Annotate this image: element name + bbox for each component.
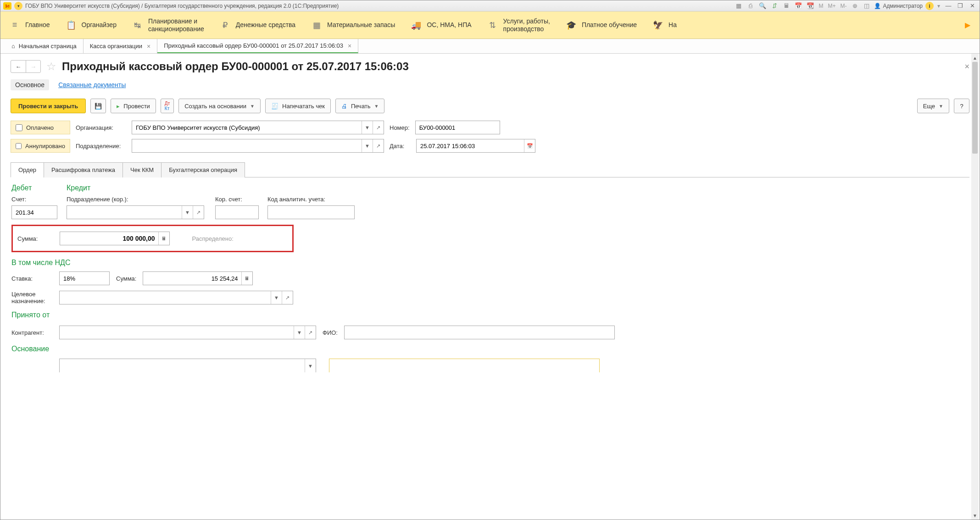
titlebar-grid-icon[interactable]: ▦: [734, 2, 743, 10]
titlebar-zoom-icon[interactable]: ⊕: [850, 2, 859, 10]
dept-field[interactable]: ▼ ↗: [132, 139, 384, 153]
page-close-button[interactable]: ×: [964, 62, 969, 72]
tab-cash-register[interactable]: Касса организации ×: [84, 39, 158, 53]
nav-more[interactable]: 🦅На: [653, 20, 677, 30]
dept-input[interactable]: [132, 139, 362, 152]
dropdown-icon[interactable]: ▼: [362, 121, 373, 134]
purpose-field[interactable]: ▼ ↗: [59, 291, 293, 304]
nav-money[interactable]: ₽Денежные средства: [220, 20, 295, 30]
create-based-button[interactable]: Создать на основании▼: [178, 99, 261, 113]
dropdown-icon[interactable]: ▼: [271, 291, 282, 304]
inner-tab-accounting[interactable]: Бухгалтерская операция: [161, 162, 245, 177]
sum-input[interactable]: [60, 232, 158, 245]
info-caret[interactable]: ▾: [936, 3, 941, 9]
sum-field[interactable]: 🖩: [60, 232, 170, 245]
scroll-track[interactable]: [971, 62, 979, 511]
date-field[interactable]: 📅: [416, 139, 535, 153]
org-input[interactable]: [132, 121, 362, 134]
dropdown-icon[interactable]: ▼: [182, 206, 193, 219]
titlebar-mplus-button[interactable]: М+: [827, 3, 836, 9]
dropdown-icon[interactable]: ▼: [305, 359, 316, 372]
nav-organizer[interactable]: 📋Органайзер: [66, 20, 117, 30]
subnav-main[interactable]: Основное: [11, 79, 49, 90]
favorite-star-icon[interactable]: ☆: [46, 60, 56, 73]
vat-sum-field[interactable]: 🖩: [143, 271, 253, 285]
rate-field[interactable]: ▼: [59, 271, 110, 285]
dept-corr-field[interactable]: ▼ ↗: [67, 205, 204, 219]
corr-account-field[interactable]: ▼: [215, 205, 259, 219]
dropdown-icon[interactable]: ▼: [362, 139, 373, 152]
scroll-down-icon[interactable]: ▼: [971, 511, 979, 520]
more-button[interactable]: Еще▼: [917, 99, 949, 113]
titlebar-calc-icon[interactable]: 🖩: [782, 2, 791, 10]
nav-materials[interactable]: ▦Материальные запасы: [312, 20, 395, 30]
help-button[interactable]: ?: [954, 99, 969, 113]
post-and-close-button[interactable]: Провести и закрыть: [11, 99, 86, 113]
save-button[interactable]: 💾: [90, 99, 106, 113]
close-button[interactable]: ✕: [968, 2, 977, 10]
open-icon[interactable]: ↗: [373, 139, 384, 152]
calculator-icon[interactable]: 🖩: [241, 272, 252, 285]
calendar-icon[interactable]: 📅: [524, 139, 535, 152]
home-tab[interactable]: ⌂ Начальная страница: [5, 39, 84, 53]
nav-services[interactable]: ⇅Услуги, работы, производство: [488, 17, 550, 33]
paid-checkbox-input[interactable]: [16, 124, 22, 131]
tab-close-icon[interactable]: ×: [147, 43, 150, 50]
titlebar-calendar2-icon[interactable]: 📆: [806, 2, 815, 10]
scroll-up-icon[interactable]: ▲: [971, 54, 979, 62]
subnav-related-docs[interactable]: Связанные документы: [58, 79, 126, 90]
open-icon[interactable]: ↗: [193, 206, 204, 219]
dept-corr-input[interactable]: [67, 206, 182, 219]
basis-field[interactable]: ▼: [59, 359, 316, 372]
paid-checkbox[interactable]: Оплачено: [11, 121, 70, 134]
app-menu-dropdown[interactable]: ▾: [14, 2, 22, 10]
user-label[interactable]: 👤 Администратор: [874, 3, 923, 9]
nav-hamburger[interactable]: ≡Главное: [10, 20, 50, 30]
titlebar-print-icon[interactable]: ⎙: [746, 2, 755, 10]
open-icon[interactable]: ↗: [305, 326, 316, 339]
analytic-input[interactable]: [268, 206, 354, 219]
cancelled-checkbox[interactable]: Аннулировано: [11, 139, 70, 153]
titlebar-mminus-button[interactable]: М-: [839, 3, 847, 9]
dropdown-icon[interactable]: ▼: [294, 326, 305, 339]
info-button[interactable]: i: [925, 2, 934, 10]
counterparty-field[interactable]: ▼ ↗: [59, 326, 316, 339]
basis-highlight-field[interactable]: [329, 359, 600, 372]
calculator-icon[interactable]: 🖩: [158, 232, 169, 245]
inner-tab-order[interactable]: Ордер: [11, 162, 44, 177]
titlebar-search-icon[interactable]: 🔍: [758, 2, 767, 10]
basis-highlight-input[interactable]: [329, 359, 599, 372]
nav-scroll-right[interactable]: ▶: [965, 21, 970, 29]
fio-field[interactable]: [344, 326, 615, 339]
dtkt-button[interactable]: ДтКт: [161, 99, 174, 113]
account-field[interactable]: ▼: [11, 205, 57, 219]
print-button[interactable]: 🖨Печать▼: [335, 99, 385, 113]
open-icon[interactable]: ↗: [373, 121, 384, 134]
titlebar-calendar1-icon[interactable]: 📅: [794, 2, 803, 10]
basis-input[interactable]: [60, 359, 305, 372]
purpose-input[interactable]: [60, 291, 271, 304]
vat-sum-input[interactable]: [143, 272, 241, 285]
nav-education[interactable]: 🎓Платное обучение: [566, 20, 637, 30]
fio-input[interactable]: [345, 326, 614, 339]
scroll-thumb[interactable]: [972, 62, 978, 154]
forward-button[interactable]: →: [26, 61, 40, 72]
vertical-scrollbar[interactable]: ▲ ▼: [971, 54, 979, 520]
print-receipt-button[interactable]: 🧾Напечатать чек: [265, 99, 331, 113]
titlebar-compare-icon[interactable]: ⇵: [770, 2, 779, 10]
number-field[interactable]: [415, 121, 500, 134]
back-button[interactable]: ←: [11, 61, 26, 72]
org-field[interactable]: ▼ ↗: [132, 121, 384, 134]
analytic-field[interactable]: [267, 205, 355, 219]
inner-tab-kkm[interactable]: Чек ККМ: [122, 162, 161, 177]
inner-tab-payment-details[interactable]: Расшифровка платежа: [44, 162, 123, 177]
post-button[interactable]: ▸Провести: [111, 99, 156, 113]
maximize-button[interactable]: ❐: [956, 2, 965, 10]
nav-planning[interactable]: ↹Планирование и санкционирование: [133, 17, 204, 33]
cancelled-checkbox-input[interactable]: [16, 143, 22, 149]
counterparty-input[interactable]: [60, 326, 294, 339]
number-input[interactable]: [416, 121, 500, 134]
minimize-button[interactable]: —: [944, 2, 953, 10]
open-icon[interactable]: ↗: [282, 291, 293, 304]
titlebar-panels-icon[interactable]: ◫: [862, 2, 871, 10]
